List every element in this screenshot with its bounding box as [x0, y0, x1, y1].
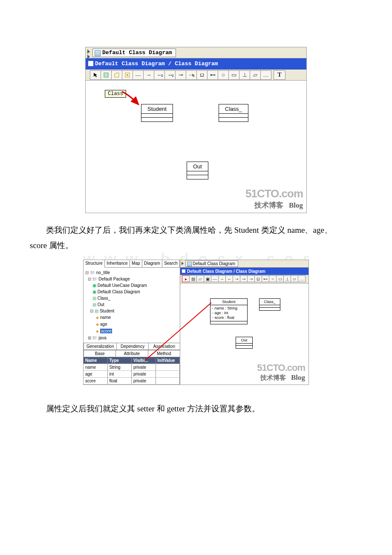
cell[interactable] [156, 378, 180, 384]
tab-dependency[interactable]: Dependency [116, 343, 148, 350]
uml-attr: - name : String [212, 306, 245, 311]
tool-dep-icon[interactable]: ⇢₂ [186, 70, 197, 80]
tool-realization-icon[interactable]: ⊸ [175, 70, 186, 80]
uml-op-compartment [236, 346, 252, 348]
tree-node[interactable]: java [98, 335, 106, 340]
tree-attr[interactable]: age [100, 322, 107, 327]
uml-op-compartment [259, 308, 280, 310]
grid-row[interactable]: name String private [84, 364, 180, 371]
tool-text-icon[interactable]: T [274, 70, 285, 80]
tool-class-icon[interactable] [101, 70, 112, 80]
grid-row[interactable]: age int private [84, 371, 180, 378]
cell[interactable]: private [132, 371, 156, 378]
tool-association-icon[interactable]: → [143, 70, 154, 80]
tool-pointer-icon[interactable]: ▸ [182, 275, 190, 282]
tab-base[interactable]: Base [84, 350, 116, 357]
cell[interactable]: private [132, 364, 156, 371]
uml-class-student[interactable]: Student - name : String - age : int - sc… [210, 298, 248, 324]
col-name[interactable]: Name [84, 357, 108, 364]
uml-class-out[interactable]: Out [236, 337, 253, 349]
cell[interactable]: private [132, 378, 156, 384]
col-initvalue[interactable]: InitValue [156, 357, 180, 364]
uml-class-class_[interactable]: Class_ [259, 298, 280, 311]
tab-inheritance[interactable]: Inheritance [105, 260, 130, 267]
tab-default-class-diagram[interactable]: Default Class Diagram [185, 260, 238, 267]
text-span: 和 [155, 404, 167, 413]
tool-assoc1-icon[interactable]: ←₂ [154, 70, 165, 80]
tab-default-class-diagram[interactable]: Default Class Diagram [92, 49, 176, 57]
uml-class-out[interactable]: Out [187, 162, 208, 179]
diagram-canvas[interactable]: Student - name : String - age : int - sc… [180, 283, 308, 384]
text-span: 类定义 [259, 225, 288, 234]
tree-node[interactable]: Out [98, 302, 104, 307]
uml-op-compartment [187, 175, 208, 179]
diagram-title-bar: Default Class Diagram / Class Diagram [180, 268, 308, 275]
tool-package-icon[interactable] [111, 70, 122, 80]
tree-node[interactable]: Default Package [98, 277, 130, 281]
tool-omega-icon[interactable]: Ω [254, 275, 262, 282]
text-span: 、 [305, 225, 313, 234]
cell[interactable]: score [84, 378, 108, 384]
tab-generalization[interactable]: Generalization [84, 343, 117, 350]
cell[interactable]: String [108, 364, 132, 371]
tool-generalization-icon[interactable]: — [133, 70, 144, 80]
tool-lollipop-icon[interactable]: ⊷ [207, 70, 218, 80]
cell[interactable]: int [108, 371, 132, 378]
tool-frame-icon[interactable]: ▱ [291, 275, 298, 282]
tree-node[interactable]: Default Class Diagram [98, 289, 140, 294]
tab-association[interactable]: Association [148, 343, 180, 350]
screenshot-2: Structure Inheritance Map Diagram Search… [83, 260, 309, 385]
tree-node-student[interactable]: Student [100, 309, 114, 313]
tree-attr-selected[interactable]: score [100, 329, 112, 333]
cell[interactable] [156, 371, 180, 378]
tool-note-icon[interactable]: ▭ [228, 70, 239, 80]
tool-lolli-icon[interactable]: ⊷ [262, 275, 269, 282]
tool-sep-icon[interactable]: — [211, 275, 219, 282]
tree-attr[interactable]: name [100, 315, 111, 320]
tool-small-circle-icon[interactable]: ○ [218, 70, 229, 80]
cell[interactable]: name [84, 364, 108, 371]
tool-note-icon[interactable]: ▭ [276, 275, 284, 282]
tool-a3-icon[interactable]: ⇢ [247, 275, 255, 282]
tool-more-icon[interactable]: … [298, 275, 306, 282]
tool-interface-icon[interactable] [122, 70, 133, 80]
tab-structure[interactable]: Structure [84, 260, 105, 268]
tab-map[interactable]: Map [130, 260, 142, 267]
diagram-canvas[interactable]: Class Student Class_ Out [86, 81, 306, 213]
tab-method[interactable]: Method [148, 350, 180, 357]
tool-pointer-icon[interactable] [90, 70, 101, 80]
tool-circle-icon[interactable]: Ω [196, 70, 208, 80]
structure-tree[interactable]: ⊟ no_title ⊟ Default Package Default Use… [84, 268, 180, 343]
cell[interactable] [156, 364, 180, 371]
uml-class-class_[interactable]: Class_ [219, 104, 248, 122]
tab-attribute[interactable]: Attribute [115, 350, 148, 357]
cell[interactable]: float [108, 378, 132, 384]
tool-anchor-icon[interactable]: ⊥ [283, 275, 291, 282]
tool-interface-icon[interactable]: ▣ [204, 275, 211, 282]
tool-real-icon[interactable]: ⊸ [240, 275, 248, 282]
tool-a1-icon[interactable]: ↔ [225, 275, 233, 282]
col-type[interactable]: Type [108, 357, 132, 364]
watermark-cn: 技术博客 [260, 374, 286, 381]
tool-o-icon[interactable]: ○ [269, 275, 277, 282]
tool-a2-icon[interactable]: ⇢ [233, 275, 240, 282]
tool-frame-icon[interactable]: ▱ [250, 70, 261, 80]
uml-op-compartment [210, 321, 247, 324]
col-visibility[interactable]: Visibi... [132, 357, 156, 364]
tree-node[interactable]: Class_ [98, 296, 111, 301]
grid-row[interactable]: score float private [84, 378, 180, 384]
tool-assoc2-icon[interactable]: ↔₂ [164, 70, 176, 80]
tree-node[interactable]: Default UseCase Diagram [98, 283, 147, 288]
tool-class-icon[interactable]: ▤ [189, 275, 197, 282]
uml-class-student[interactable]: Student [141, 104, 173, 122]
tab-search[interactable]: Search [162, 260, 180, 267]
body-paragraph-2: 属性定义后我们就定义其 setter 和 getter 方法并设置其参数。 [30, 402, 362, 416]
tool-more-icon[interactable]: … [260, 70, 271, 80]
cell[interactable]: age [84, 371, 108, 378]
tool-arrow-icon[interactable]: → [218, 275, 226, 282]
text-span: 属性。 [47, 241, 73, 250]
tool-anchor-icon[interactable]: ⊥ [239, 70, 250, 80]
tree-root[interactable]: no_title [96, 270, 110, 275]
tool-package-icon[interactable]: ▱ [196, 275, 204, 282]
tab-diagram[interactable]: Diagram [142, 260, 162, 267]
